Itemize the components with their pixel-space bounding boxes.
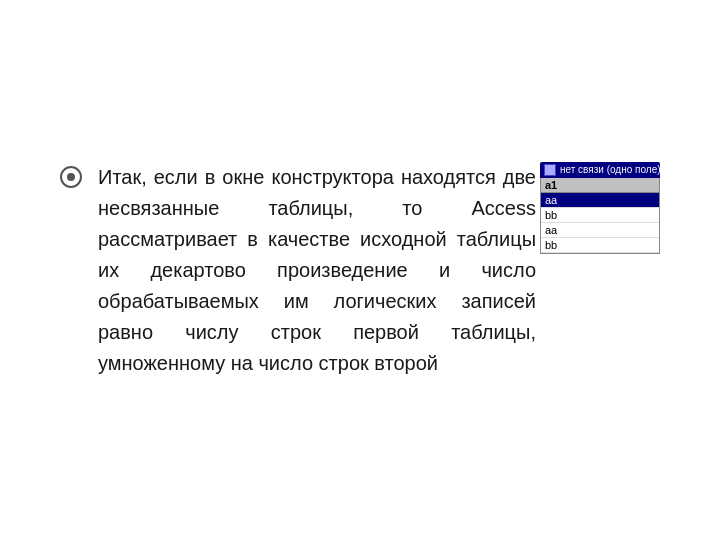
- text-before-access: Итак, если в окне конструктора находятся…: [98, 166, 536, 219]
- widget-row-1: aa: [541, 193, 659, 208]
- widget-title-text: нет связи (одно поле): [560, 164, 661, 175]
- bullet-point: Итак, если в окне конструктора находятся…: [60, 162, 660, 379]
- slide: Итак, если в окне конструктора находятся…: [0, 0, 720, 540]
- db-icon: [544, 164, 556, 176]
- access-inline: Access: [472, 197, 536, 219]
- widget-column-header: a1: [541, 178, 659, 193]
- widget-row-4: bb: [541, 238, 659, 253]
- text-and-widget: Итак, если в окне конструктора находятся…: [98, 162, 660, 379]
- main-text: Итак, если в окне конструктора находятся…: [98, 162, 536, 379]
- bullet-icon: [60, 166, 82, 188]
- widget-body: a1 aa bb aa bb: [540, 178, 660, 254]
- widget-row-2: bb: [541, 208, 659, 223]
- widget-row-3: aa: [541, 223, 659, 238]
- access-widget: нет связи (одно поле) a1 aa bb aa bb: [540, 162, 660, 254]
- widget-titlebar: нет связи (одно поле): [540, 162, 660, 178]
- content-area: Итак, если в окне конструктора находятся…: [60, 162, 660, 379]
- text-after-access: рассматривает в качестве исходной таблиц…: [98, 228, 536, 374]
